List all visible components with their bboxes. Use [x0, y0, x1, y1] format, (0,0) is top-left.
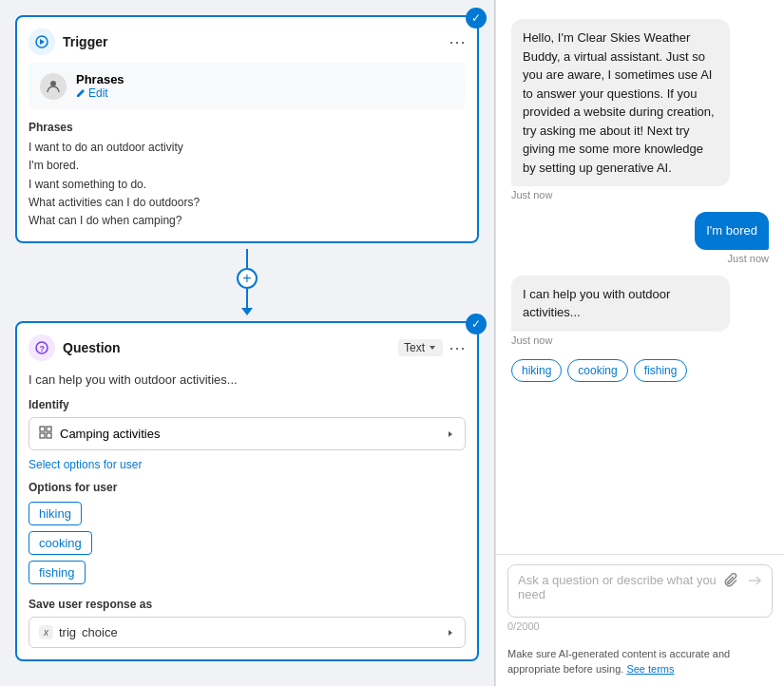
chevron-right-icon [446, 429, 455, 439]
connector-arrow [241, 308, 253, 315]
camping-option-label: Camping activities [60, 427, 161, 441]
connector-line-bottom [246, 289, 248, 308]
chat-disclaimer: Make sure AI-generated content is accura… [496, 641, 784, 686]
var-trig: trig [59, 625, 76, 639]
question-check-icon: ✓ [466, 314, 487, 334]
phrase-item: What can I do when camping? [29, 212, 466, 230]
svg-rect-8 [47, 433, 51, 438]
phrase-item: I'm bored. [29, 157, 466, 175]
svg-text:?: ? [40, 344, 46, 353]
var-badge: x [39, 625, 53, 639]
send-button[interactable] [747, 573, 762, 588]
trigger-menu-button[interactable]: ⋯ [449, 33, 466, 50]
question-menu-button[interactable]: ⋯ [449, 339, 466, 356]
chevron-right-icon-2 [446, 628, 455, 638]
bot-bubble: I can help you with outdoor activities..… [511, 276, 730, 332]
svg-point-2 [50, 81, 56, 86]
chat-message: I'm boredJust now [511, 212, 769, 264]
svg-rect-5 [40, 427, 45, 431]
option-chip[interactable]: cooking [29, 531, 92, 555]
chat-option-chip[interactable]: fishing [634, 359, 688, 382]
chat-option-chip[interactable]: hiking [511, 359, 562, 382]
phrase-item: I want something to do. [29, 176, 466, 194]
chat-options-row: hikingcookingfishing [511, 359, 769, 382]
type-badge[interactable]: Text [398, 339, 443, 356]
question-icon: ? [29, 334, 55, 361]
trigger-check-icon: ✓ [466, 8, 487, 29]
chat-input-area: Ask a question or describe what you need… [496, 554, 784, 641]
question-title: Question [63, 340, 121, 355]
question-card: ? Question Text ⋯ ✓ I can help you with … [15, 321, 479, 661]
type-badge-label: Text [404, 341, 425, 354]
phrases-content: Phrases I want to do an outdoor activity… [29, 119, 466, 230]
var-x: x [44, 627, 48, 638]
phrases-edit-button[interactable]: Edit [76, 86, 124, 100]
disclaimer-link[interactable]: See terms [626, 663, 674, 675]
trigger-icon [29, 29, 55, 55]
phrases-box: Phrases Edit [29, 63, 466, 109]
camping-selector[interactable]: Camping activities [29, 417, 466, 450]
chat-input-placeholder: Ask a question or describe what you need [518, 573, 724, 601]
user-bubble: I'm bored [695, 212, 769, 250]
disclaimer-text: Make sure AI-generated content is accura… [507, 648, 730, 674]
chat-message: I can help you with outdoor activities..… [511, 276, 769, 346]
phrase-item: What activities can I do outdoors? [29, 194, 466, 212]
svg-rect-7 [40, 433, 45, 438]
phrases-heading: Phrases [29, 119, 466, 137]
var-choice: choice [82, 625, 118, 639]
chat-messages: Hello, I'm Clear Skies Weather Buddy, a … [496, 0, 784, 554]
message-timestamp: Just now [511, 189, 769, 200]
bot-bubble: Hello, I'm Clear Skies Weather Buddy, a … [511, 19, 730, 186]
message-timestamp: Just now [511, 334, 769, 346]
connector: + [15, 243, 479, 321]
left-panel: Trigger ⋯ ✓ Phrases Edit Phrases I want … [0, 0, 494, 686]
trigger-title: Trigger [63, 34, 107, 49]
phrases-avatar [40, 73, 67, 100]
phrases-label: Phrases [76, 72, 124, 86]
grid-icon [39, 426, 52, 442]
message-timestamp: Just now [511, 253, 769, 264]
question-message: I can help you with outdoor activities..… [29, 369, 466, 387]
connector-line-top [246, 249, 248, 268]
chat-message: Hello, I'm Clear Skies Weather Buddy, a … [511, 19, 769, 200]
svg-rect-6 [47, 427, 51, 431]
option-chip[interactable]: fishing [29, 561, 86, 584]
select-options-link[interactable]: Select options for user [29, 458, 142, 471]
save-response-label: Save user response as [29, 598, 466, 611]
options-label: Options for user [29, 481, 466, 494]
option-chip[interactable]: hiking [29, 502, 82, 525]
save-response-box[interactable]: x trig choice [29, 617, 466, 648]
char-count: 0/2000 [507, 620, 773, 632]
identify-label: Identify [29, 398, 466, 411]
attach-button[interactable] [724, 573, 739, 588]
right-panel: Hello, I'm Clear Skies Weather Buddy, a … [495, 0, 784, 686]
chat-input-box[interactable]: Ask a question or describe what you need [507, 564, 773, 618]
svg-marker-1 [40, 39, 45, 45]
phrase-item: I want to do an outdoor activity [29, 139, 466, 157]
trigger-card: Trigger ⋯ ✓ Phrases Edit Phrases I want … [15, 15, 479, 243]
chat-option-chip[interactable]: cooking [567, 359, 627, 382]
add-node-button[interactable]: + [237, 268, 258, 289]
option-chips: hikingcookingfishing [29, 502, 466, 584]
